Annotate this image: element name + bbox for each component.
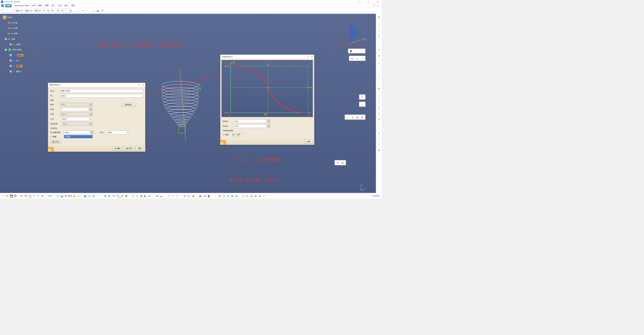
bt-icon[interactable]: ◈ <box>235 194 238 198</box>
menu-view[interactable]: 视图 <box>43 4 50 7</box>
tb-ic[interactable]: ◧ <box>349 49 353 53</box>
auto-select-1[interactable]: 自动 <box>14 9 22 12</box>
direction-select[interactable]: 逆时针 <box>60 117 91 121</box>
tb-ic[interactable]: ▭ <box>355 57 359 60</box>
tb-icon-2[interactable]: ▦ <box>96 9 100 12</box>
law-curve-button[interactable]: 法则曲线... <box>122 103 136 107</box>
tree-line1[interactable]: + 直线.1 <box>3 53 23 58</box>
tree-root[interactable]: Part1 <box>3 15 23 20</box>
bt-icon[interactable]: ⌗ <box>262 194 266 198</box>
tb-ic[interactable]: ◨ <box>361 115 364 119</box>
bt-icon[interactable]: ∵ <box>214 194 217 198</box>
s-select[interactable]: S <box>42 9 49 12</box>
tree-zx-plane[interactable]: zx 平面 <box>3 31 23 36</box>
menu-file[interactable]: 文件 <box>30 4 37 7</box>
cancel-button[interactable]: 取消 <box>124 146 134 150</box>
expander-icon[interactable]: + <box>10 59 12 61</box>
tree-axes[interactable]: − ↳ 轴系 <box>3 36 23 42</box>
rtb-icon[interactable]: △ <box>377 131 381 135</box>
zoom-in-icon[interactable]: 🔍 <box>116 194 120 198</box>
menu-enovia[interactable]: ENOVIA V5 VPM <box>13 4 30 7</box>
tree-helix2[interactable]: + ᘐ 螺旋.2 <box>3 69 23 74</box>
rtb-icon[interactable]: ◫ <box>377 53 381 58</box>
bt-icon[interactable]: ◧ <box>207 194 211 198</box>
bt-icon[interactable]: ◒ <box>159 194 163 198</box>
auto-select-2[interactable]: 自动 <box>24 9 32 12</box>
taper-input[interactable] <box>64 131 90 134</box>
undo-icon[interactable]: ↶ <box>32 194 36 198</box>
tb-ic[interactable]: ◇ <box>361 57 364 60</box>
rtb-icon[interactable]: ⬚ <box>377 28 381 33</box>
menu-tools[interactable]: 工具 <box>57 4 63 7</box>
rtb-icon[interactable]: ⌓ <box>377 125 381 129</box>
dialog-close-icon[interactable]: ✕ <box>311 56 313 58</box>
bt-icon[interactable]: ◐ <box>199 194 202 198</box>
rtb-icon[interactable]: ◐ <box>377 86 381 91</box>
render-icon[interactable]: ◉ <box>155 194 159 198</box>
rtb-icon[interactable]: ⌇ <box>377 40 381 44</box>
bt-icon[interactable]: ✦ <box>77 194 80 198</box>
copy-icon[interactable]: ⎘ <box>24 194 28 198</box>
none-select[interactable]: 无 <box>60 9 71 12</box>
bt-icon[interactable]: ▤ <box>230 194 234 198</box>
bt-icon[interactable]: ▦ <box>218 194 221 198</box>
expander-icon[interactable]: + <box>10 54 12 56</box>
bt-icon[interactable]: ⊞ <box>226 194 230 198</box>
tree-yz-plane[interactable]: yz 平面 <box>3 26 23 31</box>
float-toolbar-3[interactable]: ✦ <box>359 95 365 100</box>
close-button[interactable]: 关闭 <box>305 139 313 143</box>
bt-icon[interactable]: ⊕ <box>203 194 206 198</box>
bt-icon[interactable]: ◫ <box>241 194 245 198</box>
tree-point1[interactable]: + 点.1 <box>3 58 23 63</box>
startv-spinner[interactable]: ▴▾ <box>268 120 270 123</box>
save-icon[interactable]: 💾 <box>10 194 13 198</box>
sketch-icon[interactable]: ✎ <box>377 61 381 66</box>
pointer-icon[interactable]: ↖ <box>41 194 44 198</box>
help-pointer-icon[interactable]: ⁇ <box>101 9 104 12</box>
expander-icon[interactable]: − <box>5 49 7 51</box>
way-select[interactable]: 尖锥形 <box>105 131 129 134</box>
float-toolbar-5[interactable]: ◫ ◆ ▥ ◨ <box>345 115 365 120</box>
bt-icon[interactable]: ◫ <box>56 194 59 198</box>
rtb-icon[interactable]: ◇ <box>377 137 381 141</box>
tb-ic[interactable]: ▥ <box>356 115 359 119</box>
float-toolbar-6[interactable]: A ◫ <box>335 160 346 165</box>
eraser-icon[interactable]: ✎ <box>77 9 80 12</box>
bt-icon[interactable]: ⎔ <box>96 194 100 198</box>
start-input[interactable] <box>60 89 143 93</box>
maximize-button[interactable]: □ <box>365 0 372 4</box>
circle-tool-icon[interactable]: ◯ <box>377 94 381 99</box>
tb-ic[interactable]: A <box>336 161 340 164</box>
plane-tool-icon[interactable]: ▱ <box>377 81 381 85</box>
tree-axis1[interactable]: + ↳ 轴系.1 <box>3 42 23 47</box>
tb-ic[interactable]: ✦ <box>361 95 364 99</box>
pitch-spinner[interactable]: ▴▾ <box>90 103 92 106</box>
spline-tool-icon[interactable]: ∿ <box>377 100 381 104</box>
formula-icon[interactable]: f(x) <box>68 194 72 198</box>
point-tool-icon[interactable]: • <box>377 69 381 74</box>
bt-icon[interactable]: ◫ <box>222 194 226 198</box>
bt-icon[interactable]: ⊞ <box>183 194 186 198</box>
tb-ic[interactable]: ◆ <box>350 57 354 60</box>
startv-input[interactable] <box>233 120 266 123</box>
paste-icon[interactable]: 📋 <box>28 194 32 198</box>
profile-value[interactable]: 无选择 <box>64 135 93 138</box>
iso-view-icon[interactable]: ◫ <box>131 194 134 198</box>
bt-icon[interactable]: ◐ <box>144 194 147 198</box>
stype-radio[interactable] <box>232 134 234 136</box>
bt-icon[interactable]: ⫫ <box>171 194 175 198</box>
axis-input[interactable] <box>60 94 143 98</box>
command-input[interactable] <box>1 9 13 12</box>
doc-close[interactable]: ✕ <box>376 5 379 7</box>
menu-start[interactable]: 开始 <box>5 4 12 7</box>
law-dialog-title[interactable]: 法则曲线定义 ? ✕ <box>220 55 314 59</box>
rtb-icon[interactable]: ᘔ <box>377 34 381 38</box>
close-button[interactable]: ✕ <box>374 0 381 4</box>
const-radio[interactable] <box>223 134 224 136</box>
bt-icon[interactable]: ▤ <box>92 194 95 198</box>
menu-help[interactable]: 帮助 <box>70 4 76 7</box>
helix-dialog-title[interactable]: 螺旋曲线定义 ? ✕ <box>48 83 145 87</box>
b-select[interactable]: B <box>51 9 59 12</box>
profile-radio[interactable] <box>50 136 52 138</box>
expander-icon[interactable]: + <box>10 43 12 45</box>
